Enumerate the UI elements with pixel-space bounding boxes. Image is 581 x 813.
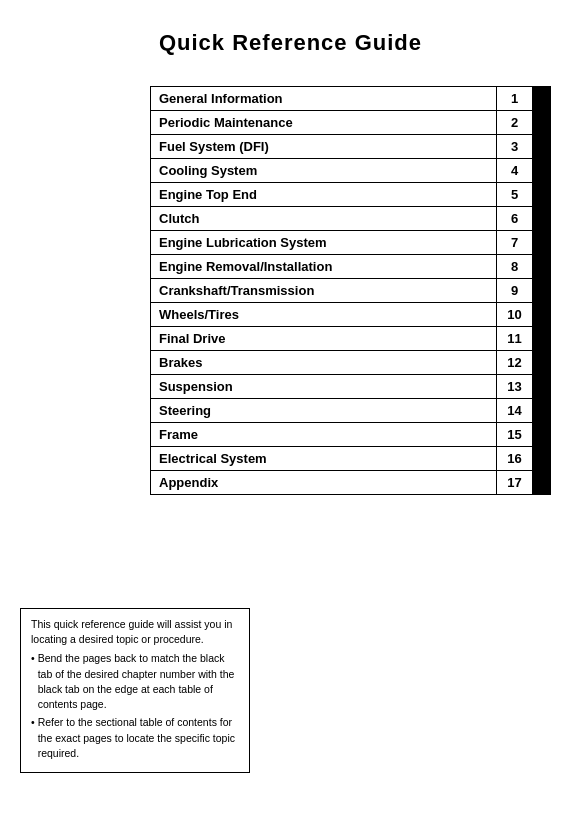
toc-item-number: 7	[496, 231, 532, 254]
toc-row[interactable]: Final Drive11	[150, 326, 551, 350]
toc-item-label: Engine Removal/Installation	[151, 255, 496, 278]
toc-row[interactable]: Engine Removal/Installation8	[150, 254, 551, 278]
toc-item-number: 4	[496, 159, 532, 182]
page-title: Quick Reference Guide	[20, 30, 561, 56]
bullet-icon: •	[31, 715, 35, 730]
toc-tab-marker	[532, 471, 550, 494]
toc-row[interactable]: Crankshaft/Transmission9	[150, 278, 551, 302]
toc-tab-marker	[532, 351, 550, 374]
bullet-icon: •	[31, 651, 35, 666]
toc-row[interactable]: Clutch6	[150, 206, 551, 230]
toc-row[interactable]: Wheels/Tires10	[150, 302, 551, 326]
table-of-contents: General Information1Periodic Maintenance…	[150, 86, 551, 495]
toc-item-number: 11	[496, 327, 532, 350]
toc-item-number: 10	[496, 303, 532, 326]
toc-row[interactable]: Cooling System4	[150, 158, 551, 182]
info-box-bullet-item: •Refer to the sectional table of content…	[31, 715, 239, 761]
toc-item-label: Frame	[151, 423, 496, 446]
toc-item-label: Wheels/Tires	[151, 303, 496, 326]
toc-tab-marker	[532, 255, 550, 278]
toc-item-number: 14	[496, 399, 532, 422]
toc-item-number: 3	[496, 135, 532, 158]
toc-item-number: 13	[496, 375, 532, 398]
toc-tab-marker	[532, 447, 550, 470]
toc-item-number: 1	[496, 87, 532, 110]
toc-item-label: General Information	[151, 87, 496, 110]
toc-row[interactable]: Frame15	[150, 422, 551, 446]
info-box-bullet-item: •Bend the pages back to match the black …	[31, 651, 239, 712]
toc-tab-marker	[532, 87, 550, 110]
toc-item-label: Electrical System	[151, 447, 496, 470]
toc-row[interactable]: Fuel System (DFI)3	[150, 134, 551, 158]
toc-tab-marker	[532, 231, 550, 254]
toc-row[interactable]: Periodic Maintenance2	[150, 110, 551, 134]
toc-tab-marker	[532, 183, 550, 206]
toc-row[interactable]: Steering14	[150, 398, 551, 422]
toc-item-label: Clutch	[151, 207, 496, 230]
toc-item-label: Final Drive	[151, 327, 496, 350]
toc-item-number: 6	[496, 207, 532, 230]
toc-tab-marker	[532, 423, 550, 446]
page: Quick Reference Guide General Informatio…	[0, 0, 581, 813]
toc-item-label: Periodic Maintenance	[151, 111, 496, 134]
toc-tab-marker	[532, 399, 550, 422]
toc-row[interactable]: Brakes12	[150, 350, 551, 374]
toc-tab-marker	[532, 303, 550, 326]
toc-item-number: 9	[496, 279, 532, 302]
toc-row[interactable]: Electrical System16	[150, 446, 551, 470]
toc-item-label: Steering	[151, 399, 496, 422]
toc-item-label: Appendix	[151, 471, 496, 494]
toc-item-number: 12	[496, 351, 532, 374]
toc-item-number: 15	[496, 423, 532, 446]
toc-item-label: Suspension	[151, 375, 496, 398]
toc-row[interactable]: Engine Top End5	[150, 182, 551, 206]
toc-tab-marker	[532, 159, 550, 182]
toc-tab-marker	[532, 207, 550, 230]
toc-item-label: Fuel System (DFI)	[151, 135, 496, 158]
toc-item-label: Brakes	[151, 351, 496, 374]
info-box: This quick reference guide will assist y…	[20, 608, 250, 773]
toc-item-label: Cooling System	[151, 159, 496, 182]
toc-tab-marker	[532, 135, 550, 158]
toc-tab-marker	[532, 375, 550, 398]
toc-item-label: Crankshaft/Transmission	[151, 279, 496, 302]
toc-row[interactable]: Appendix17	[150, 470, 551, 495]
info-box-bullet-text: Bend the pages back to match the black t…	[38, 651, 239, 712]
toc-tab-marker	[532, 279, 550, 302]
info-box-intro: This quick reference guide will assist y…	[31, 617, 239, 647]
toc-tab-marker	[532, 327, 550, 350]
toc-item-number: 2	[496, 111, 532, 134]
toc-item-number: 17	[496, 471, 532, 494]
info-box-bullet-text: Refer to the sectional table of contents…	[38, 715, 239, 761]
toc-item-number: 8	[496, 255, 532, 278]
toc-item-number: 5	[496, 183, 532, 206]
toc-item-label: Engine Lubrication System	[151, 231, 496, 254]
toc-item-label: Engine Top End	[151, 183, 496, 206]
toc-row[interactable]: Suspension13	[150, 374, 551, 398]
toc-item-number: 16	[496, 447, 532, 470]
toc-row[interactable]: Engine Lubrication System7	[150, 230, 551, 254]
toc-tab-marker	[532, 111, 550, 134]
toc-row[interactable]: General Information1	[150, 86, 551, 110]
